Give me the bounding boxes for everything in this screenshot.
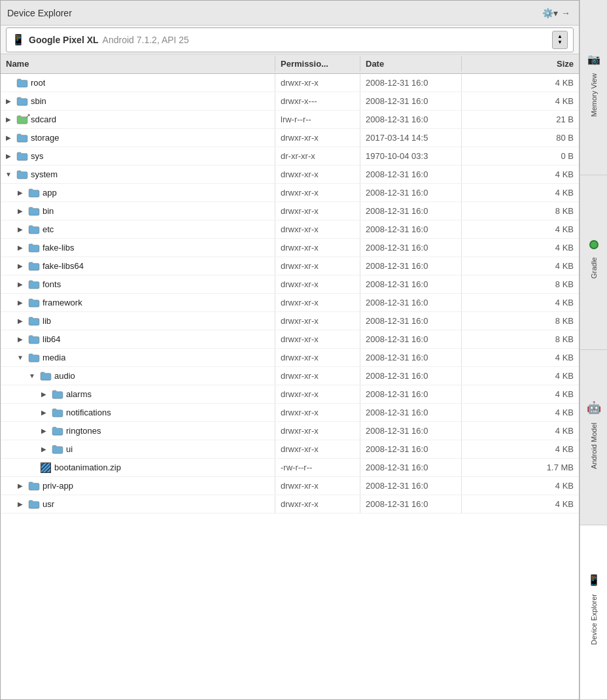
header-permissions[interactable]: Permissio... — [275, 56, 360, 71]
device-dropdown[interactable]: 📱 Google Pixel XL Android 7.1.2, API 25 … — [6, 27, 574, 52]
perm-cell: drwxr-xr-x — [275, 220, 360, 238]
sidebar-tab-memory[interactable]: 📷 Memory View — [580, 0, 607, 175]
sidebar-tab-gradle[interactable]: Gradle — [580, 175, 607, 351]
expand-button[interactable]: ▶ — [15, 316, 26, 326]
tree-row[interactable]: ▶ storage drwxr-xr-x 2017-03-14 14:5 80 … — [1, 129, 579, 147]
date-value: 2008-12-31 16:0 — [366, 389, 428, 399]
expand-button[interactable]: ▶ — [3, 114, 14, 125]
device-explorer-icon: 📱 — [587, 574, 600, 586]
folder-icon — [16, 97, 28, 106]
tree-row[interactable]: ▶ app drwxr-xr-x 2008-12-31 16:0 4 KB — [1, 184, 579, 202]
date-cell: 2008-12-31 16:0 — [360, 385, 462, 403]
device-name: Google Pixel XL — [29, 35, 99, 45]
collapse-button[interactable]: ▼ — [15, 353, 26, 363]
perm-value: drwxr-xr-x — [281, 444, 319, 454]
expand-button[interactable]: ▶ — [15, 298, 26, 308]
date-cell: 1970-10-04 03:3 — [360, 147, 462, 165]
name-cell: ▼ system — [1, 166, 275, 183]
sidebar-tab-android[interactable]: 🤖 Android Model — [580, 350, 607, 525]
date-value: 2008-12-31 16:0 — [366, 169, 428, 179]
expand-button[interactable]: ▶ — [15, 188, 26, 198]
size-value: 4 KB — [555, 444, 574, 454]
folder-icon — [28, 500, 40, 509]
tree-row[interactable]: ▶ ringtones drwxr-xr-x 2008-12-31 16:0 4… — [1, 422, 579, 440]
tree-row[interactable]: ▶ usr drwxr-xr-x 2008-12-31 16:0 4 KB — [1, 495, 579, 514]
tree-row[interactable]: ▶ root drwxr-xr-x 2008-12-31 16:0 4 KB — [1, 74, 579, 92]
size-value: 4 KB — [555, 389, 574, 399]
expand-button[interactable]: ▶ — [3, 151, 14, 162]
title-bar-actions: ⚙️▾ → — [544, 7, 572, 20]
name-cell: ▶ alarms — [1, 385, 275, 403]
date-value: 2008-12-31 16:0 — [366, 353, 428, 362]
expand-button[interactable]: ▶ — [39, 426, 49, 436]
tree-row[interactable]: ▼ system drwxr-xr-x 2008-12-31 16:0 4 KB — [1, 166, 579, 184]
expand-button[interactable]: ▶ — [15, 499, 26, 510]
expand-button[interactable]: ▶ — [3, 96, 14, 107]
tree-row[interactable]: ▶ fake-libs64 drwxr-xr-x 2008-12-31 16:0… — [1, 257, 579, 275]
expand-button[interactable]: ▶ — [15, 279, 26, 290]
expand-button[interactable]: ▶ — [15, 206, 26, 217]
date-cell: 2008-12-31 16:0 — [360, 166, 462, 183]
sidebar-tab-device-explorer[interactable]: 📱 Device Explorer — [580, 525, 607, 701]
tree-row[interactable]: ▶ lib64 drwxr-xr-x 2008-12-31 16:0 8 KB — [1, 330, 579, 349]
header-size[interactable]: Size — [462, 56, 579, 71]
size-cell: 4 KB — [462, 495, 579, 513]
date-cell: 2008-12-31 16:0 — [360, 404, 462, 421]
tree-row[interactable]: ▼ media drwxr-xr-x 2008-12-31 16:0 4 KB — [1, 349, 579, 367]
gradle-label: Gradle — [587, 252, 600, 284]
perm-cell: drwxr-xr-x — [275, 422, 360, 440]
collapse-button[interactable]: ▼ — [3, 169, 14, 180]
collapse-button[interactable]: ▼ — [27, 371, 37, 381]
expand-button[interactable]: ▶ — [15, 481, 26, 491]
tree-row[interactable]: ▶ alarms drwxr-xr-x 2008-12-31 16:0 4 KB — [1, 385, 579, 404]
device-chevron-button[interactable]: ▲ ▼ — [552, 31, 568, 49]
perm-cell: drwxr-xr-x — [275, 275, 360, 293]
item-name: sbin — [31, 96, 46, 106]
folder-icon — [28, 317, 40, 326]
tree-row[interactable]: ▶ fake-libs drwxr-xr-x 2008-12-31 16:0 4… — [1, 239, 579, 257]
perm-cell: drwxr-xr-x — [275, 294, 360, 311]
name-cell: ▼ media — [1, 349, 275, 366]
tree-row[interactable]: ▶ sbin drwxr-x--- 2008-12-31 16:0 4 KB — [1, 92, 579, 111]
tree-row[interactable]: ▶ etc drwxr-xr-x 2008-12-31 16:0 4 KB — [1, 220, 579, 239]
tree-row[interactable]: ▶ sys dr-xr-xr-x 1970-10-04 03:3 0 B — [1, 147, 579, 166]
tree-row[interactable]: ▶ framework drwxr-xr-x 2008-12-31 16:0 4… — [1, 294, 579, 312]
perm-cell: drwxr-xr-x — [275, 166, 360, 183]
header-date[interactable]: Date — [360, 56, 462, 71]
tree-row[interactable]: ▶ priv-app drwxr-xr-x 2008-12-31 16:0 4 … — [1, 477, 579, 495]
date-value: 2008-12-31 16:0 — [366, 371, 428, 381]
expand-button[interactable]: ▶ — [3, 133, 14, 143]
folder-icon — [28, 225, 40, 234]
date-cell: 2008-12-31 16:0 — [360, 184, 462, 201]
size-cell: 8 KB — [462, 312, 579, 330]
tree-row[interactable]: ▶ fonts drwxr-xr-x 2008-12-31 16:0 8 KB — [1, 275, 579, 294]
folder-link-icon — [16, 115, 28, 124]
expand-button[interactable]: ▶ — [39, 444, 49, 455]
expand-button[interactable]: ▶ — [39, 389, 49, 400]
tree-row[interactable]: ▼ audio drwxr-xr-x 2008-12-31 16:0 4 KB — [1, 367, 579, 385]
pin-icon[interactable]: → — [559, 7, 572, 20]
name-cell: ▶ sys — [1, 147, 275, 165]
tree-row[interactable]: ▶ bootanimation.zip -rw-r--r-- 2008-12-3… — [1, 459, 579, 477]
folder-icon — [52, 427, 63, 436]
expand-button[interactable]: ▶ — [15, 334, 26, 345]
perm-value: drwxr-xr-x — [281, 279, 319, 289]
expand-button[interactable]: ▶ — [15, 243, 26, 253]
tree-row[interactable]: ▶ sdcard lrw-r--r-- 2008-12-31 16:0 21 B — [1, 111, 579, 129]
expand-button[interactable]: ▶ — [15, 261, 26, 271]
tree-row[interactable]: ▶ lib drwxr-xr-x 2008-12-31 16:0 8 KB — [1, 312, 579, 330]
settings-icon[interactable]: ⚙️▾ — [544, 7, 557, 20]
size-cell: 4 KB — [462, 422, 579, 440]
name-cell: ▶ fake-libs — [1, 239, 275, 256]
folder-icon — [16, 79, 28, 88]
tree-row[interactable]: ▶ notifications drwxr-xr-x 2008-12-31 16… — [1, 404, 579, 422]
header-name[interactable]: Name — [1, 56, 275, 71]
date-cell: 2008-12-31 16:0 — [360, 74, 462, 92]
folder-icon — [28, 335, 40, 344]
expand-button[interactable]: ▶ — [15, 224, 26, 235]
tree-row[interactable]: ▶ bin drwxr-xr-x 2008-12-31 16:0 8 KB — [1, 202, 579, 220]
name-cell: ▶ bootanimation.zip — [1, 459, 275, 476]
tree-row[interactable]: ▶ ui drwxr-xr-x 2008-12-31 16:0 4 KB — [1, 440, 579, 459]
name-cell: ▶ notifications — [1, 404, 275, 421]
expand-button[interactable]: ▶ — [39, 408, 49, 418]
